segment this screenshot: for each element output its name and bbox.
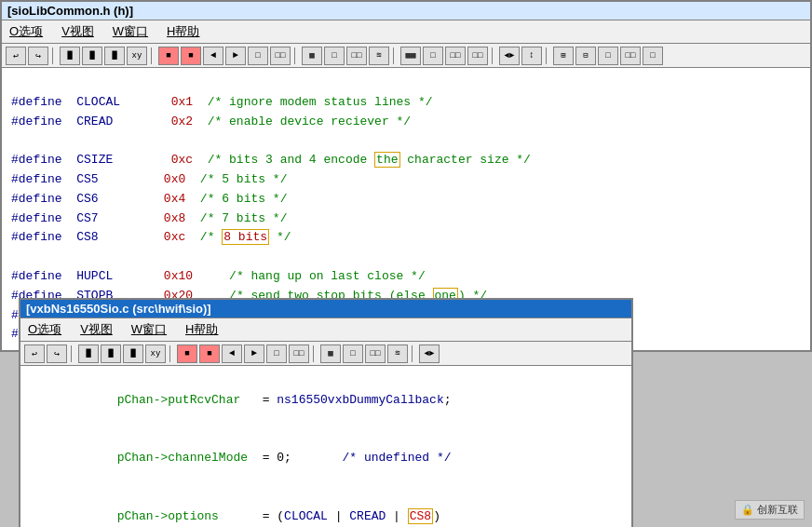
- inner-tb-7[interactable]: □: [266, 345, 287, 363]
- code-line-cs8: #define CS8 0xc /* 8 bits */: [11, 228, 801, 248]
- toolbar-sep-2: [151, 47, 155, 64]
- undo-button[interactable]: ↩: [6, 47, 26, 65]
- inner-redo-button[interactable]: ↪: [47, 345, 67, 363]
- main-container: [sioLibCommon.h (h)] O选项 V视图 W窗口 H帮助 ↩ ↪…: [0, 0, 812, 527]
- inner-line-3: pChan->options = (CLOCAL | CREAD | CS8): [30, 488, 622, 527]
- inner-title-bar: [vxbNs16550Sio.c (src\hwif\sio)]: [20, 300, 631, 318]
- inner-tb-3[interactable]: ▐▌: [123, 345, 143, 363]
- outer-title-text: [sioLibCommon.h (h)]: [7, 4, 133, 18]
- inner-window: [vxbNs16550Sio.c (src\hwif\sio)] O选项 V视图…: [19, 298, 633, 527]
- tb-btn-9[interactable]: ▦: [302, 47, 322, 65]
- inner-tb-10[interactable]: □: [343, 345, 363, 363]
- inner-title-text: [vxbNs16550Sio.c (src\hwif\sio)]: [26, 302, 211, 316]
- inner-tb-2[interactable]: ▐▌: [101, 345, 121, 363]
- code-line-blank-3: [11, 248, 801, 267]
- code-line-hupcl: #define HUPCL 0x10 /* hang up on last cl…: [11, 267, 801, 287]
- inner-tb-13[interactable]: ◄►: [419, 345, 440, 363]
- inner-tb-4[interactable]: xy: [145, 345, 166, 363]
- tb-btn-11[interactable]: □□: [346, 47, 367, 65]
- code-line-csize: #define CSIZE 0xc /* bits 3 and 4 encode…: [11, 151, 801, 170]
- inner-code-area: pChan->putRcvChar = ns16550vxbDummyCallb…: [20, 366, 631, 527]
- inner-tb-6[interactable]: ■: [199, 345, 220, 363]
- inner-menu-options[interactable]: O选项: [24, 320, 65, 339]
- outer-title-bar: [sioLibCommon.h (h)]: [2, 2, 810, 20]
- tb-btn-6[interactable]: ■: [181, 47, 201, 65]
- tb-btn-15[interactable]: □□: [445, 47, 466, 65]
- tb-btn-8[interactable]: □□: [270, 47, 291, 65]
- tb-btn-19[interactable]: ⊞: [553, 47, 574, 65]
- watermark-text: 创新互联: [757, 504, 798, 515]
- inner-menu-help[interactable]: H帮助: [182, 320, 222, 339]
- inner-toolbar: ↩ ↪ ▐▌ ▐▌ ▐▌ xy ■ ■ ◄ ► □ □□ ▦ □ □□ ≋ ◄►: [20, 342, 631, 366]
- tb-btn-2[interactable]: ▐▌: [82, 47, 102, 65]
- code-line-cread: #define CREAD 0x2 /* enable device recie…: [11, 113, 801, 132]
- inner-tb-11[interactable]: □□: [365, 345, 386, 363]
- tb-btn-18[interactable]: ↕: [521, 47, 542, 65]
- inner-tb-12[interactable]: ≋: [387, 345, 408, 363]
- inner-line-1: pChan->putRcvChar = ns16550vxbDummyCallb…: [30, 372, 622, 429]
- inner-tb-arrow-left[interactable]: ◄: [222, 345, 242, 363]
- toolbar-sep-4: [393, 47, 397, 64]
- outer-menu-bar: O选项 V视图 W窗口 H帮助: [2, 20, 810, 44]
- tb-btn-13[interactable]: ▦▦: [400, 47, 421, 65]
- menu-view[interactable]: V视图: [58, 22, 98, 41]
- inner-sep-4: [412, 345, 415, 362]
- inner-tb-arrow-right[interactable]: ►: [244, 345, 264, 363]
- tb-btn-16[interactable]: □□: [467, 47, 488, 65]
- inner-tb-5[interactable]: ■: [177, 345, 197, 363]
- tb-btn-arrow-right[interactable]: ►: [225, 47, 246, 65]
- toolbar-sep-1: [52, 47, 56, 64]
- tb-btn-17[interactable]: ◄►: [499, 47, 520, 65]
- redo-button[interactable]: ↪: [28, 47, 48, 65]
- inner-sep-3: [313, 345, 317, 362]
- inner-menu-view[interactable]: V视图: [76, 320, 116, 339]
- tb-btn-5[interactable]: ■: [158, 47, 179, 65]
- tb-btn-arrow-left[interactable]: ◄: [203, 47, 223, 65]
- inner-tb-9[interactable]: ▦: [320, 345, 341, 363]
- code-line-clocal: #define CLOCAL 0x1 /* ignore modem statu…: [11, 93, 801, 113]
- tb-btn-20[interactable]: ⊟: [575, 47, 596, 65]
- inner-menu-bar: O选项 V视图 W窗口 H帮助: [20, 318, 631, 342]
- code-line-blank-2: [11, 131, 801, 151]
- code-line-cs6: #define CS6 0x4 /* 6 bits */: [11, 190, 801, 209]
- inner-line-2: pChan->channelMode = 0; /* undefined */: [30, 429, 622, 487]
- tb-btn-3[interactable]: ▐▌: [104, 47, 125, 65]
- toolbar-sep-5: [492, 47, 495, 64]
- toolbar-sep-3: [294, 47, 298, 64]
- tb-btn-14[interactable]: □: [423, 47, 443, 65]
- inner-undo-button[interactable]: ↩: [24, 345, 45, 363]
- code-line-blank-1: [11, 74, 801, 93]
- menu-options[interactable]: O选项: [6, 22, 47, 41]
- tb-btn-4[interactable]: xy: [127, 47, 147, 65]
- inner-sep-2: [169, 345, 173, 362]
- inner-tb-1[interactable]: ▐▌: [78, 345, 99, 363]
- menu-window[interactable]: W窗口: [109, 22, 152, 41]
- tb-btn-7[interactable]: □: [248, 47, 268, 65]
- inner-sep-1: [71, 345, 74, 362]
- tb-btn-22[interactable]: □□: [620, 47, 641, 65]
- tb-btn-10[interactable]: □: [324, 47, 345, 65]
- watermark-icon: 🔒: [741, 504, 754, 515]
- tb-btn-21[interactable]: □: [598, 47, 618, 65]
- inner-menu-window[interactable]: W窗口: [128, 320, 170, 339]
- menu-help[interactable]: H帮助: [163, 22, 203, 41]
- code-line-cs5: #define CS5 0x0 /* 5 bits */: [11, 170, 801, 190]
- tb-btn-12[interactable]: ≋: [369, 47, 389, 65]
- outer-toolbar: ↩ ↪ ▐▌ ▐▌ ▐▌ xy ■ ■ ◄ ► □ □□ ▦ □ □□ ≋ ▦▦…: [2, 44, 810, 68]
- inner-tb-8[interactable]: □□: [289, 345, 309, 363]
- tb-btn-1[interactable]: ▐▌: [60, 47, 80, 65]
- watermark: 🔒 创新互联: [735, 500, 805, 520]
- tb-btn-23[interactable]: □: [643, 47, 663, 65]
- code-line-cs7: #define CS7 0x8 /* 7 bits */: [11, 209, 801, 229]
- toolbar-sep-6: [546, 47, 549, 64]
